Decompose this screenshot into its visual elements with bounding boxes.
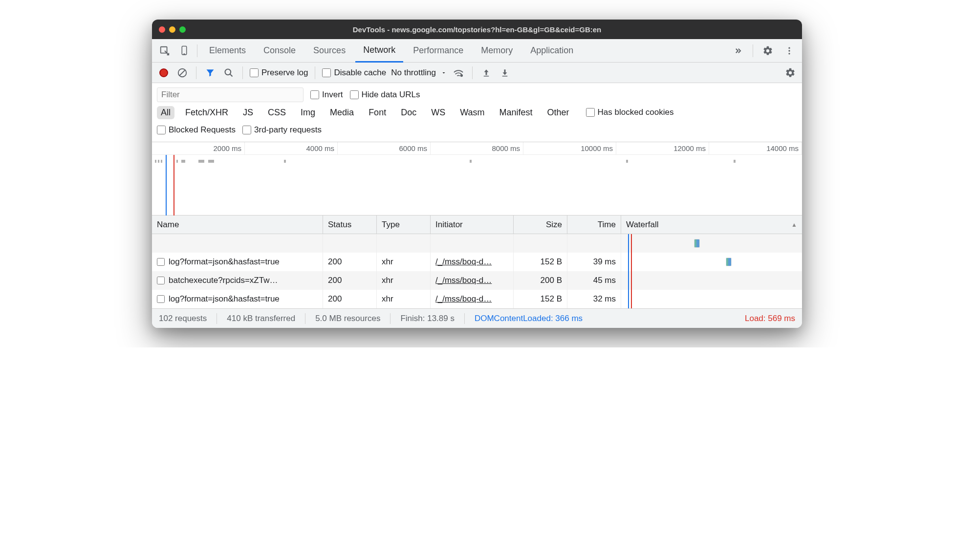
filter-input[interactable] [157, 87, 304, 102]
timeline-body [152, 155, 802, 215]
has-blocked-cookies-checkbox[interactable]: Has blocked cookies [586, 108, 674, 117]
header-waterfall[interactable]: Waterfall▲ [621, 215, 802, 234]
requests-table-body: log?format=json&hasfast=true 200 xhr /_/… [152, 234, 802, 308]
search-icon[interactable] [222, 66, 236, 80]
timeline-tick: 2000 ms [152, 142, 245, 154]
throttling-select[interactable]: No throttling [391, 68, 447, 78]
cell-time: 45 ms [567, 271, 621, 290]
filter-type-doc[interactable]: Doc [397, 106, 420, 119]
cell-initiator[interactable]: /_/mss/boq-d… [431, 253, 514, 271]
cell-status: 200 [323, 290, 377, 308]
tab-memory[interactable]: Memory [473, 39, 520, 63]
hide-data-urls-checkbox[interactable]: Hide data URLs [350, 90, 420, 100]
network-settings-gear-icon[interactable] [783, 66, 797, 80]
svg-point-10 [460, 74, 463, 76]
disable-cache-checkbox[interactable]: Disable cache [322, 68, 386, 78]
svg-rect-11 [484, 76, 489, 77]
filter-type-other[interactable]: Other [543, 106, 573, 119]
cell-type: xhr [377, 271, 431, 290]
waterfall-cell [621, 290, 802, 308]
maximize-icon[interactable] [179, 26, 186, 33]
filter-type-wasm[interactable]: Wasm [456, 106, 488, 119]
header-waterfall-label: Waterfall [626, 220, 658, 230]
cell-time: 39 ms [567, 253, 621, 271]
filter-type-font[interactable]: Font [365, 106, 390, 119]
minimize-icon[interactable] [169, 26, 175, 33]
load-marker [173, 155, 174, 215]
table-row-empty [152, 234, 802, 253]
timeline-tick: 4000 ms [245, 142, 338, 154]
cell-type: xhr [377, 253, 431, 271]
filter-type-media[interactable]: Media [326, 106, 358, 119]
filter-type-ws[interactable]: WS [427, 106, 449, 119]
traffic-lights [159, 26, 186, 33]
divider [217, 313, 217, 324]
network-conditions-icon[interactable] [452, 66, 465, 80]
tab-network[interactable]: Network [355, 39, 403, 63]
timeline-overview[interactable]: 2000 ms 4000 ms 6000 ms 8000 ms 10000 ms… [152, 142, 802, 215]
status-load: Load: 569 ms [745, 314, 795, 323]
svg-rect-12 [502, 76, 508, 77]
svg-line-9 [230, 74, 233, 76]
header-size[interactable]: Size [514, 215, 567, 234]
cell-name: log?format=json&hasfast=true [152, 290, 323, 308]
filter-type-all[interactable]: All [157, 106, 174, 119]
cell-type: xhr [377, 290, 431, 308]
devtools-window: DevTools - news.google.com/topstories?hl… [152, 20, 802, 328]
filter-funnel-icon[interactable] [203, 66, 217, 80]
record-button[interactable] [157, 66, 171, 80]
more-tabs-icon[interactable] [729, 42, 747, 60]
header-type[interactable]: Type [377, 215, 431, 234]
cell-name: batchexecute?rpcids=xZTw… [152, 271, 323, 290]
cell-initiator[interactable]: /_/mss/boq-d… [431, 271, 514, 290]
close-icon[interactable] [159, 26, 165, 33]
cell-size: 152 B [514, 253, 567, 271]
filter-type-img[interactable]: Img [297, 106, 319, 119]
tab-elements[interactable]: Elements [201, 39, 254, 63]
kebab-menu-icon[interactable] [781, 42, 798, 60]
throttling-value: No throttling [391, 68, 436, 78]
filter-type-manifest[interactable]: Manifest [496, 106, 537, 119]
divider [242, 66, 243, 79]
inspect-icon[interactable] [156, 42, 173, 60]
header-name[interactable]: Name [152, 215, 323, 234]
table-row[interactable]: log?format=json&hasfast=true 200 xhr /_/… [152, 253, 802, 271]
export-har-icon[interactable] [498, 66, 512, 80]
cell-size: 152 B [514, 290, 567, 308]
import-har-icon[interactable] [479, 66, 493, 80]
blocked-requests-checkbox[interactable]: Blocked Requests [157, 125, 236, 135]
header-status[interactable]: Status [323, 215, 377, 234]
settings-gear-icon[interactable] [759, 42, 777, 60]
timeline-tick: 6000 ms [338, 142, 431, 154]
row-checkbox[interactable] [157, 295, 165, 303]
row-checkbox[interactable] [157, 277, 165, 284]
device-toggle-icon[interactable] [175, 42, 193, 60]
tab-sources[interactable]: Sources [305, 39, 353, 63]
tab-application[interactable]: Application [522, 39, 581, 63]
preserve-log-checkbox[interactable]: Preserve log [250, 68, 308, 78]
domcontentloaded-marker [166, 155, 167, 215]
table-row[interactable]: log?format=json&hasfast=true 200 xhr /_/… [152, 290, 802, 308]
filter-type-js[interactable]: JS [239, 106, 257, 119]
status-domcontentloaded: DOMContentLoaded: 366 ms [475, 314, 583, 323]
clear-icon[interactable] [175, 66, 189, 80]
tab-console[interactable]: Console [256, 39, 304, 63]
filter-type-fetch-xhr[interactable]: Fetch/XHR [181, 106, 232, 119]
divider [305, 313, 305, 324]
header-initiator[interactable]: Initiator [431, 215, 514, 234]
divider [464, 313, 465, 324]
third-party-requests-checkbox[interactable]: 3rd-party requests [242, 125, 322, 135]
filter-bar: Invert Hide data URLs All Fetch/XHR JS C… [152, 83, 802, 142]
chevron-down-icon [441, 70, 447, 76]
status-requests: 102 requests [159, 314, 207, 323]
cell-size: 200 B [514, 271, 567, 290]
filter-type-css[interactable]: CSS [264, 106, 290, 119]
network-toolbar: Preserve log Disable cache No throttling [152, 63, 802, 83]
tab-performance[interactable]: Performance [405, 39, 471, 63]
invert-checkbox[interactable]: Invert [310, 90, 343, 100]
row-checkbox[interactable] [157, 258, 165, 266]
cell-initiator[interactable]: /_/mss/boq-d… [431, 290, 514, 308]
svg-rect-1 [182, 46, 186, 54]
header-time[interactable]: Time [567, 215, 621, 234]
table-row[interactable]: batchexecute?rpcids=xZTw… 200 xhr /_/mss… [152, 271, 802, 290]
